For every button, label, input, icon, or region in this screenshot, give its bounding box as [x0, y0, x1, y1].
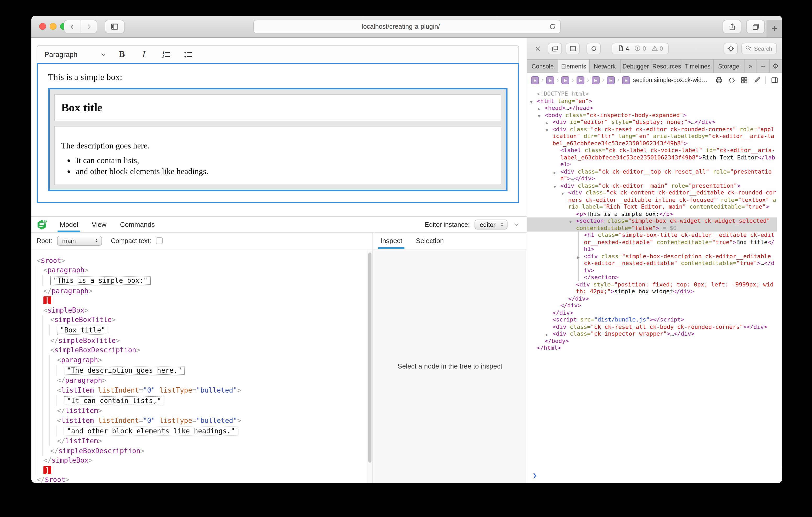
more-tabs-button[interactable]: » — [745, 60, 757, 73]
model-tree-row[interactable]: [ — [36, 296, 364, 305]
quick-console[interactable]: ❯ — [527, 467, 782, 483]
model-tree-row[interactable]: </simpleBoxDescription> — [36, 446, 364, 456]
disclosure-closed-icon[interactable]: ▶ — [554, 169, 556, 176]
dom-tree-row[interactable]: ▶<head>…</head> — [527, 104, 777, 112]
model-tree-row[interactable]: <$root> — [36, 255, 364, 265]
editor-editable-area[interactable]: This is a simple box: Box title The desc… — [37, 63, 519, 203]
dom-tree-row[interactable]: <p>This is a simple box:</p> — [527, 210, 777, 217]
dom-tree-row[interactable]: ▶<div class="ck-inspector-wrapper">…</di… — [527, 330, 777, 337]
model-tree-row[interactable]: </$root> — [36, 475, 364, 483]
italic-button[interactable]: I — [138, 48, 150, 61]
model-tree-row[interactable]: <paragraph> — [36, 265, 364, 275]
box-list-item[interactable]: It can contain lists, — [76, 156, 494, 165]
dom-tree-row[interactable]: ▼<section class="simple-box ck-widget ck… — [527, 217, 777, 232]
disclosure-open-icon[interactable]: ▼ — [546, 127, 548, 134]
breadcrumb-element-badge[interactable]: E — [577, 76, 584, 84]
numbered-list-button[interactable]: 12 — [160, 48, 172, 61]
model-tree-row[interactable]: <listItem listIndent="0" listType="bulle… — [36, 416, 364, 425]
box-description-editable[interactable]: The description goes here. It can contai… — [54, 126, 501, 185]
devtools-tab-network[interactable]: Network — [589, 60, 620, 73]
model-tree-row[interactable]: <paragraph> — [36, 355, 364, 365]
box-title-editable[interactable]: Box title — [54, 94, 501, 121]
close-devtools-button[interactable] — [531, 42, 544, 54]
bulleted-list-button[interactable] — [181, 48, 194, 61]
tab-overview-button[interactable] — [746, 20, 765, 33]
model-tree-row[interactable]: </paragraph> — [36, 375, 364, 385]
brush-icon[interactable] — [753, 76, 761, 84]
inspector-tab-model[interactable]: Model — [60, 217, 78, 232]
breadcrumb-current[interactable]: section.simple-box.ck-wid… — [633, 77, 707, 83]
sidebar-toggle-button[interactable] — [105, 20, 124, 33]
dom-tree-row[interactable]: <div class="ck ck-reset_all ck-body ck-r… — [527, 323, 777, 330]
dom-tree-row[interactable]: ▼<body class="ck-inspector-body-expanded… — [527, 112, 777, 119]
model-tree-row[interactable]: "This is a simple box:" — [36, 275, 364, 286]
grid-icon[interactable] — [740, 76, 748, 84]
scrollbar-thumb[interactable] — [368, 252, 372, 463]
devtools-tab-timelines[interactable]: Timelines — [683, 60, 714, 73]
element-picker-button[interactable] — [724, 42, 738, 54]
sidebar-right-icon[interactable] — [771, 76, 779, 84]
dom-tree-row[interactable]: </div> — [527, 295, 777, 302]
pane-tab-selection[interactable]: Selection — [416, 233, 444, 249]
devtools-tab-debugger[interactable]: Debugger — [620, 60, 651, 73]
dom-tree-row[interactable]: <div style="position: fixed; top: 0px; l… — [527, 281, 777, 295]
dom-tree-row[interactable]: ▶<div id="editor" style="display: none;"… — [527, 119, 777, 126]
print-icon[interactable] — [715, 76, 723, 84]
dom-tree-row[interactable]: <h1 class="simple-box-title ck-editor__e… — [527, 232, 777, 253]
inspector-tab-view[interactable]: View — [92, 217, 107, 232]
simple-box-widget[interactable]: Box title The description goes here. It … — [48, 88, 508, 191]
share-button[interactable] — [723, 20, 742, 33]
detach-devtools-button[interactable] — [548, 42, 562, 54]
intro-paragraph[interactable]: This is a simple box: — [48, 72, 508, 83]
devtools-tab-console[interactable]: Console — [527, 60, 558, 73]
devtools-search-field[interactable]: Search — [742, 42, 777, 54]
paragraph-style-dropdown[interactable]: Paragraph — [45, 51, 106, 58]
breadcrumb-element-badge[interactable]: E — [622, 76, 630, 84]
bold-button[interactable]: B — [116, 48, 128, 61]
dom-tree-row[interactable]: ▼<div class="ck ck-reset ck-editor ck-ro… — [527, 126, 777, 147]
dock-devtools-button[interactable] — [566, 42, 580, 54]
dom-tree-row[interactable]: </div> — [527, 302, 777, 309]
dom-tree-row[interactable]: <label class="ck ck-label ck-voice-label… — [527, 147, 777, 168]
dom-tree-row[interactable]: ▶<div class="simple-box-description ck-e… — [527, 253, 777, 274]
model-tree-row[interactable]: "and other block elements like headings.… — [36, 425, 364, 436]
model-tree-scrollbar[interactable] — [367, 249, 373, 483]
model-tree-row[interactable]: ] — [36, 465, 364, 475]
disclosure-open-icon[interactable]: ▼ — [561, 190, 564, 197]
breadcrumb-element-badge[interactable]: E — [561, 76, 569, 84]
reload-icon[interactable] — [548, 23, 556, 31]
dom-tree-row[interactable]: <!DOCTYPE html> — [527, 90, 777, 97]
model-tree-row[interactable]: "The description goes here." — [36, 365, 364, 375]
model-tree-row[interactable]: "Box title" — [36, 325, 364, 336]
add-tab-button[interactable]: + — [757, 60, 770, 73]
breadcrumb-element-badge[interactable]: E — [546, 76, 554, 84]
box-list-item[interactable]: and other block elements like headings. — [76, 167, 494, 176]
reload-page-button[interactable] — [586, 42, 601, 54]
dom-tree-row[interactable]: </section> — [527, 274, 777, 281]
code-brackets-icon[interactable] — [728, 76, 735, 84]
dom-tree-row[interactable]: </html> — [527, 344, 777, 352]
dom-tree-row[interactable]: </div> — [527, 309, 777, 316]
dom-tree-row[interactable]: ▼<html lang="en"> — [527, 97, 777, 104]
minimize-window-button[interactable] — [50, 23, 57, 30]
dom-tree-row[interactable]: </body> — [527, 337, 777, 344]
model-tree-row[interactable]: <listItem listIndent="0" listType="bulle… — [36, 385, 364, 395]
pane-tab-inspect[interactable]: Inspect — [380, 233, 402, 249]
disclosure-open-icon[interactable]: ▼ — [569, 218, 572, 225]
address-bar[interactable]: localhost/creating-a-plugin/ — [253, 20, 560, 33]
dom-tree-row[interactable]: ▶<div class="ck ck-editor__top ck-reset_… — [527, 168, 777, 182]
root-select[interactable]: main — [57, 236, 102, 246]
model-tree-row[interactable]: </paragraph> — [36, 286, 364, 296]
close-window-button[interactable] — [39, 23, 46, 30]
dom-tree-row[interactable]: ▼<div class="ck ck-editor__main" role="p… — [527, 182, 777, 189]
settings-button[interactable]: ⚙ — [770, 60, 782, 73]
devtools-tab-storage[interactable]: Storage — [714, 60, 745, 73]
collapse-inspector-button[interactable] — [512, 222, 521, 227]
back-button[interactable] — [64, 20, 81, 33]
devtools-tab-elements[interactable]: Elements — [558, 60, 590, 73]
resource-summary-button[interactable]: 4 0 0 — [612, 42, 669, 54]
model-tree-row[interactable]: </simpleBox> — [36, 456, 364, 465]
compact-text-checkbox[interactable] — [156, 237, 163, 244]
model-tree-row[interactable]: <simpleBoxDescription> — [36, 345, 364, 355]
model-tree-row[interactable]: <simpleBoxTitle> — [36, 315, 364, 325]
